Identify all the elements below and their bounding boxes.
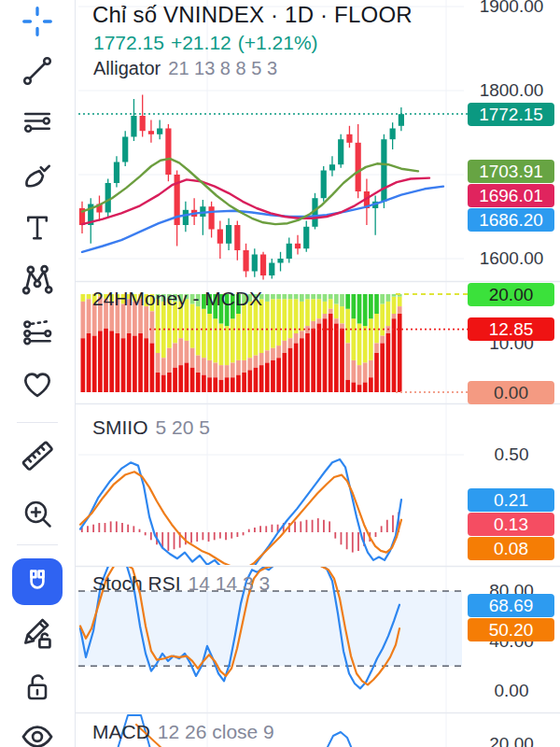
- favorites-tool[interactable]: [12, 363, 63, 406]
- axis-tick-label: 1600.00: [468, 248, 555, 269]
- indicator-title-mcdx[interactable]: 24HMoney - MCDX: [92, 288, 262, 310]
- toolbar-divider: [17, 544, 58, 545]
- axis-price-badge: 1703.91: [468, 160, 554, 183]
- forecast-icon: [21, 317, 54, 350]
- hide-all-tool[interactable]: [12, 715, 63, 747]
- forecast-tool[interactable]: [12, 312, 63, 355]
- trading-chart-app: 1900.001800.001600.001772.151703.911696.…: [0, 0, 560, 747]
- axis-price-badge: 20.00: [468, 283, 554, 306]
- axis-price-badge: 68.69: [468, 594, 554, 617]
- axis-tick-label: 0.50: [468, 444, 555, 465]
- drawing-toolbar: [0, 0, 76, 747]
- axis-tick-label: 1900.00: [468, 0, 555, 17]
- indicator-params: 14 14 3 3: [189, 572, 271, 594]
- horizontal-line-icon: [21, 106, 54, 139]
- axis-tick-label: 1800.00: [468, 80, 555, 101]
- xabcd-pattern-icon: [20, 262, 55, 298]
- measure-tool[interactable]: [12, 434, 63, 477]
- brush-icon: [21, 160, 54, 193]
- magnet-tool[interactable]: [12, 558, 63, 605]
- indicator-params: 12 26 close 9: [158, 721, 274, 742]
- axis-price-badge: 50.20: [468, 618, 554, 641]
- indicator-title-macd[interactable]: MACD12 26 close 9: [92, 721, 274, 743]
- lock-all-tool[interactable]: [12, 666, 63, 709]
- indicator-name: Alligator: [93, 58, 161, 78]
- zoom-in-icon: [21, 497, 54, 530]
- text-icon: [21, 211, 54, 245]
- crosshair-icon: [21, 5, 54, 38]
- ruler-icon: [20, 438, 55, 473]
- brush-tool[interactable]: [12, 155, 63, 198]
- axis-tick-label: 20.00: [468, 734, 555, 747]
- trend-line-icon: [21, 54, 54, 88]
- toolbar-divider: [17, 422, 58, 423]
- axis-price-badge: 0.21: [468, 488, 554, 512]
- indicator-name: 24HMoney - MCDX: [92, 288, 262, 309]
- crosshair-tool[interactable]: [12, 0, 63, 43]
- price-scale: 1900.001800.001600.001772.151703.911696.…: [0, 0, 560, 747]
- horizontal-line-tool[interactable]: [12, 101, 63, 144]
- axis-price-badge: 12.85: [468, 317, 554, 341]
- indicator-name: SMIIO: [92, 416, 148, 438]
- trend-line-tool[interactable]: [12, 49, 63, 92]
- symbol-title[interactable]: Chỉ số VNINDEX · 1D · FLOOR: [92, 2, 413, 28]
- indicator-title-smiio[interactable]: SMIIO5 20 5: [92, 416, 210, 439]
- axis-price-badge: 0.13: [468, 513, 554, 536]
- xabcd-pattern-tool[interactable]: [12, 259, 63, 302]
- indicator-name: Stoch RSI: [92, 572, 181, 594]
- axis-price-badge: 0.08: [468, 537, 554, 560]
- heart-icon: [20, 367, 55, 402]
- text-tool[interactable]: [12, 206, 63, 249]
- axis-price-badge: 0.00: [468, 381, 554, 404]
- axis-tick-label: 0.00: [468, 681, 555, 701]
- lock-open-icon: [21, 670, 54, 704]
- zoom-in-tool[interactable]: [12, 492, 63, 535]
- axis-price-badge: 1772.15: [468, 103, 554, 126]
- drawing-lock-tool[interactable]: [12, 613, 63, 655]
- axis-price-badge: 1686.20: [468, 208, 554, 232]
- indicator-title-alligator[interactable]: Alligator21 13 8 8 5 3: [93, 58, 277, 79]
- indicator-title-stochrsi[interactable]: Stoch RSI14 14 3 3: [92, 572, 270, 595]
- magnet-icon: [21, 566, 53, 598]
- price-readout: 1772.15+21.12(+1.21%): [93, 32, 325, 54]
- pencil-lock-icon: [20, 616, 55, 652]
- eye-icon: [20, 719, 55, 747]
- indicator-params: 5 20 5: [156, 416, 210, 438]
- indicator-params: 21 13 8 8 5 3: [168, 58, 277, 78]
- axis-price-badge: 1696.01: [468, 184, 554, 207]
- indicator-name: MACD: [92, 721, 150, 742]
- last-price: 1772.15: [93, 32, 164, 53]
- price-change-pct: (+1.21%): [238, 32, 318, 53]
- price-change: +21.12: [171, 32, 231, 53]
